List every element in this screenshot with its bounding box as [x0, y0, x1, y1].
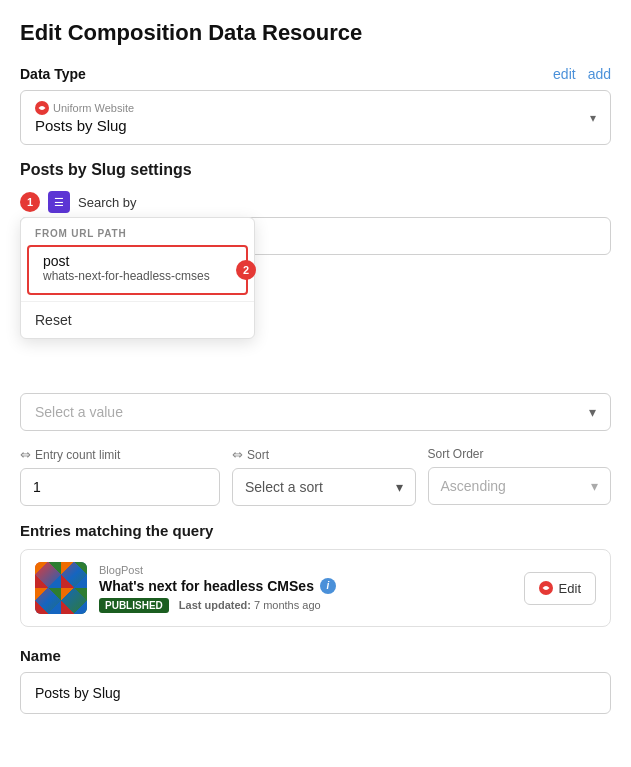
- search-by-label: Search by: [78, 195, 137, 210]
- dropdown-section-label: FROM URL PATH: [21, 218, 254, 245]
- data-source-label: Uniform Website: [35, 101, 134, 115]
- page-title: Edit Composition Data Resource: [20, 20, 611, 46]
- sort-placeholder: Select a sort: [245, 479, 323, 495]
- chevron-down-icon: ▾: [590, 111, 596, 125]
- uniform-edit-icon: [539, 581, 553, 595]
- published-badge: PUBLISHED: [99, 598, 169, 613]
- dropdown-popup: FROM URL PATH post whats-next-for-headle…: [20, 217, 255, 339]
- name-input[interactable]: [20, 672, 611, 714]
- chevron-down-icon-3: ▾: [396, 479, 403, 495]
- data-type-header: Data Type edit add: [20, 66, 611, 82]
- data-type-value: Posts by Slug: [35, 117, 134, 134]
- chevron-down-icon-2: ▾: [589, 404, 596, 420]
- edit-link[interactable]: edit: [553, 66, 576, 82]
- sort-label: ⇔ Sort: [232, 447, 416, 462]
- step-2-badge: 2: [236, 260, 256, 280]
- data-type-select-inner: Uniform Website Posts by Slug: [35, 101, 134, 134]
- info-icon[interactable]: i: [320, 578, 336, 594]
- name-label: Name: [20, 647, 611, 664]
- entry-count-label: ⇔ Entry count limit: [20, 447, 220, 462]
- link-icon-1: ⇔: [20, 447, 31, 462]
- entry-count-col: ⇔ Entry count limit: [20, 447, 220, 506]
- data-type-actions: edit add: [553, 66, 611, 82]
- data-type-label: Data Type: [20, 66, 86, 82]
- link-icon-2: ⇔: [232, 447, 243, 462]
- search-by-row: 1 ☰ Search by: [20, 191, 611, 213]
- dropdown-item-title: post: [43, 253, 232, 269]
- sort-select[interactable]: Select a sort ▾: [232, 468, 416, 506]
- reset-button[interactable]: Reset: [21, 301, 254, 338]
- dropdown-item[interactable]: post whats-next-for-headless-cmses 2: [27, 245, 248, 295]
- step-1-badge: 1: [20, 192, 40, 212]
- entries-title: Entries matching the query: [20, 522, 611, 539]
- chevron-down-icon-4: ▾: [591, 478, 598, 494]
- last-updated: Last updated: 7 months ago: [179, 599, 321, 611]
- sort-order-value: Ascending: [441, 478, 506, 494]
- entry-type: BlogPost: [99, 564, 512, 576]
- entries-section: Entries matching the query BlogPost What…: [20, 522, 611, 627]
- entry-thumb-inner: [35, 562, 87, 614]
- entry-thumbnail: [35, 562, 87, 614]
- entry-meta: PUBLISHED Last updated: 7 months ago: [99, 598, 512, 613]
- sort-order-col: Sort Order Ascending ▾: [428, 447, 612, 506]
- entry-info: BlogPost What's next for headless CMSes …: [99, 564, 512, 613]
- second-field-placeholder: Select a value: [35, 404, 123, 420]
- name-section: Name: [20, 647, 611, 714]
- search-icon: ☰: [54, 196, 64, 209]
- search-area: FROM URL PATH post whats-next-for-headle…: [20, 217, 611, 385]
- search-icon-badge: ☰: [48, 191, 70, 213]
- sort-order-label: Sort Order: [428, 447, 612, 461]
- entry-edit-button[interactable]: Edit: [524, 572, 596, 605]
- sort-row: ⇔ Entry count limit ⇔ Sort Select a sort…: [20, 447, 611, 506]
- second-field-select[interactable]: Select a value ▾: [20, 393, 611, 431]
- data-type-select[interactable]: Uniform Website Posts by Slug ▾: [20, 90, 611, 145]
- entry-card: BlogPost What's next for headless CMSes …: [20, 549, 611, 627]
- url-path-dropdown: FROM URL PATH post whats-next-for-headle…: [20, 217, 220, 261]
- settings-title: Posts by Slug settings: [20, 161, 611, 179]
- dropdown-item-sub: whats-next-for-headless-cmses: [43, 269, 232, 283]
- second-field-wrapper: Select a value ▾: [20, 393, 611, 431]
- add-link[interactable]: add: [588, 66, 611, 82]
- uniform-logo-icon: [35, 101, 49, 115]
- entry-count-input[interactable]: [20, 468, 220, 506]
- sort-col: ⇔ Sort Select a sort ▾: [232, 447, 416, 506]
- entry-title: What's next for headless CMSes i: [99, 578, 512, 594]
- sort-order-select[interactable]: Ascending ▾: [428, 467, 612, 505]
